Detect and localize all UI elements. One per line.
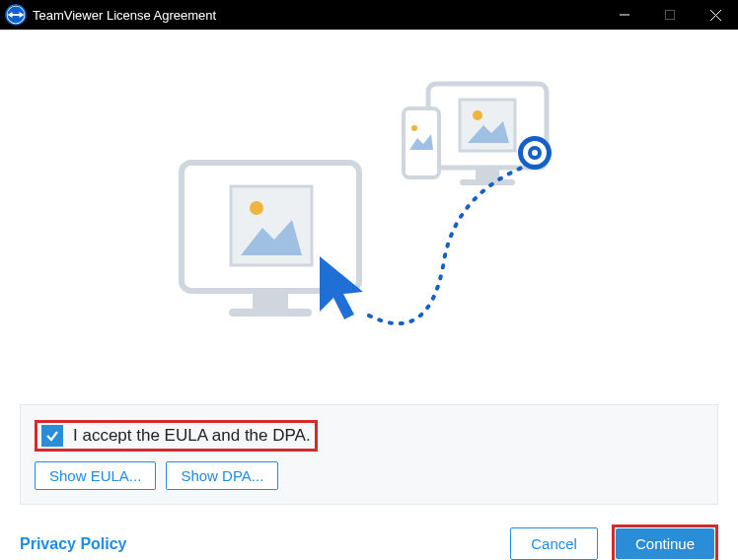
svg-point-11 (473, 110, 482, 120)
svg-point-18 (532, 150, 538, 156)
link-buttons: Show EULA... Show DPA... (35, 461, 703, 490)
maximize-button (647, 0, 693, 30)
titlebar: TeamViewer License Agreement (0, 0, 738, 30)
svg-point-24 (250, 201, 263, 215)
continue-button[interactable]: Continue (616, 528, 714, 559)
svg-rect-26 (253, 291, 288, 309)
svg-rect-13 (476, 168, 499, 179)
footer: Privacy Policy Cancel Continue (20, 505, 718, 560)
show-eula-button[interactable]: Show EULA... (35, 461, 156, 490)
accept-checkbox-label: I accept the EULA and the DPA. (73, 426, 311, 446)
teamviewer-app-icon (5, 4, 27, 26)
svg-point-20 (411, 125, 417, 131)
continue-highlight: Continue (612, 525, 718, 560)
accept-checkbox[interactable] (41, 425, 63, 447)
footer-buttons: Cancel Continue (510, 525, 718, 560)
close-button[interactable] (693, 0, 738, 30)
svg-rect-6 (666, 11, 675, 20)
svg-rect-14 (460, 179, 515, 185)
privacy-policy-link[interactable]: Privacy Policy (20, 535, 127, 553)
window-controls (602, 0, 738, 30)
accept-panel: I accept the EULA and the DPA. Show EULA… (20, 404, 718, 505)
minimize-button[interactable] (602, 0, 647, 30)
illustration (20, 30, 718, 404)
svg-rect-27 (229, 309, 312, 316)
cancel-button[interactable]: Cancel (510, 527, 598, 560)
accept-checkbox-row: I accept the EULA and the DPA. (35, 420, 318, 452)
svg-rect-10 (460, 100, 515, 151)
svg-rect-4 (12, 14, 20, 16)
window-title: TeamViewer License Agreement (33, 8, 602, 23)
show-dpa-button[interactable]: Show DPA... (166, 461, 278, 490)
main-content: I accept the EULA and the DPA. Show EULA… (0, 30, 738, 560)
